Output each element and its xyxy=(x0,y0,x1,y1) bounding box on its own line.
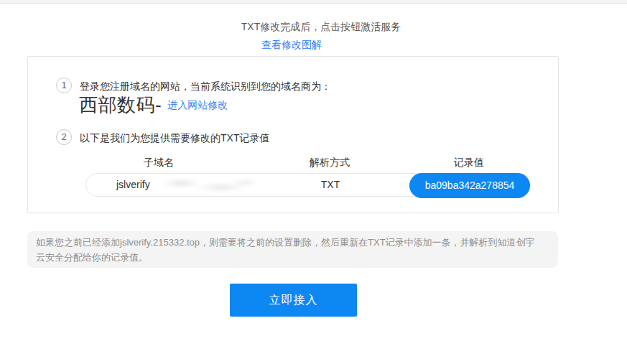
step-1-badge: 1 xyxy=(56,78,72,93)
page-top-edge-strip xyxy=(0,0,627,4)
domain-provider-name: 西部数码- xyxy=(79,94,162,116)
go-to-site-link[interactable]: 进入网站修改 xyxy=(167,99,228,111)
record-value-chip[interactable]: ba09ba342a278854 xyxy=(409,173,530,198)
subdomain-value: jslverify xyxy=(116,174,150,196)
step-2-text: 以下是我们为您提供需要修改的TXT记录值 xyxy=(80,132,269,145)
column-header-subdomain: 子域名 xyxy=(144,157,174,169)
censored-subdomain-blur xyxy=(157,177,256,193)
page-title: TXT修改完成后，点击按钮激活服务 xyxy=(241,21,401,34)
step-1-text: 登录您注册域名的网站，当前系统识别到您的域名商为： xyxy=(80,80,331,93)
txt-record-row: jslverify TXT ba09ba342a278854 xyxy=(85,173,530,197)
instructions-panel: 1 登录您注册域名的网站，当前系统识别到您的域名商为： 西部数码-进入网站修改 … xyxy=(27,56,559,213)
step-2-badge: 2 xyxy=(56,129,72,145)
provider-line: 西部数码-进入网站修改 xyxy=(79,93,228,118)
record-type-value: TXT xyxy=(321,174,340,196)
column-header-value: 记录值 xyxy=(454,157,484,169)
view-diagram-link[interactable]: 查看修改图解 xyxy=(261,39,322,52)
column-header-type: 解析方式 xyxy=(310,157,350,169)
previous-record-notice: 如果您之前已经添加jslverify.215332.top，则需要将之前的设置删… xyxy=(27,231,558,268)
activate-service-button[interactable]: 立即接入 xyxy=(230,284,357,317)
